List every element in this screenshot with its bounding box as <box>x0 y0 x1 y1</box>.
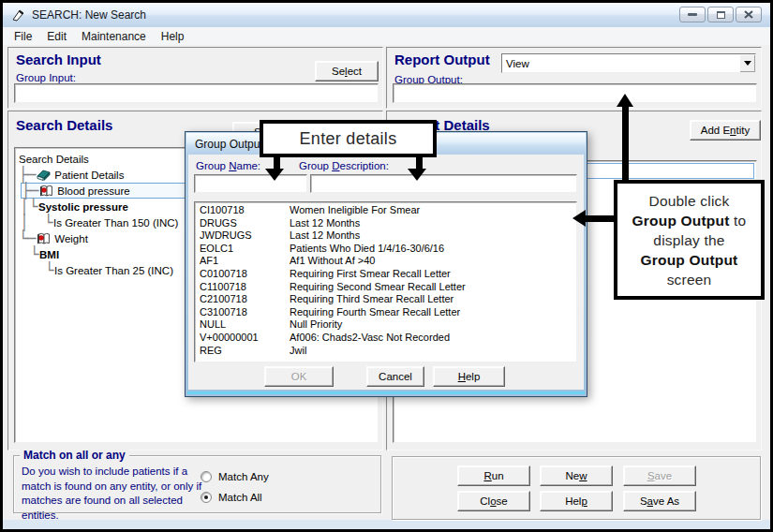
group-input-field[interactable] <box>14 83 379 103</box>
tree-connector <box>44 214 53 230</box>
tree-connector <box>19 230 35 246</box>
close-button[interactable] <box>736 7 762 22</box>
group-description-label: Group Description: <box>299 160 389 171</box>
close-search-button[interactable]: Close <box>457 491 530 511</box>
group-row[interactable]: C2100718Requiring Third Smear Recall Let… <box>195 293 576 306</box>
group-row[interactable]: REGJwil <box>195 345 576 358</box>
group-row[interactable]: JWDRUGSLast 12 Months <box>195 229 576 243</box>
match-group-title: Match on all or any <box>20 449 129 462</box>
group-description-field[interactable] <box>310 174 577 193</box>
tree-connector <box>19 199 29 214</box>
group-input-label: Group Input: <box>16 72 76 83</box>
tree-connector <box>45 262 54 278</box>
search-details-title: Search Details <box>16 117 112 133</box>
view-dropdown[interactable]: View <box>501 53 756 73</box>
match-any-option[interactable]: Match Any <box>201 471 269 482</box>
view-dropdown-value: View <box>502 58 739 69</box>
report-output-panel: Report Output View Group Output: <box>386 47 762 109</box>
maximize-button[interactable] <box>707 7 734 22</box>
match-any-label: Match Any <box>218 471 269 482</box>
match-all-radio[interactable] <box>201 492 212 503</box>
group-row[interactable]: V+00000001Af006: Chads2-Vasc Not Recorde… <box>195 332 576 345</box>
match-any-radio[interactable] <box>201 471 212 482</box>
group-name-label: Group Name: <box>196 160 260 171</box>
double-click-callout: Double click Group Output to display the… <box>614 180 765 300</box>
annotation-arrowhead-down-1 <box>265 169 284 181</box>
tree-connector <box>30 246 39 262</box>
search-input-panel: Search Input Select Group Input: <box>7 47 383 109</box>
action-buttons-panel: Run New Save Close Help Save As <box>392 456 761 520</box>
group-output-dialog: Group Output Group Name: Group Descripti… <box>185 131 587 397</box>
match-group-description: Do you wish to include patients if a mat… <box>22 465 201 523</box>
menu-bar: File Edit Maintenance Help <box>3 27 770 46</box>
dialog-help-button[interactable]: Help <box>433 366 505 387</box>
tree-connector <box>22 183 37 199</box>
menu-edit[interactable]: Edit <box>39 29 74 44</box>
dialog-title: Group Output <box>195 138 263 151</box>
group-list[interactable]: CI100718Women Ineligible For Smear DRUGS… <box>194 201 577 362</box>
group-output-field[interactable] <box>393 83 757 103</box>
minimize-icon <box>688 13 697 16</box>
dropdown-button[interactable] <box>739 54 755 72</box>
window-controls <box>679 7 762 22</box>
maximize-icon <box>717 11 725 19</box>
group-row[interactable]: NULLNull Priority <box>195 318 576 332</box>
save-as-button[interactable]: Save As <box>623 491 696 511</box>
group-row[interactable]: C3100718Requiring Fourth Smear Recall Le… <box>195 306 576 319</box>
select-button[interactable]: Select <box>315 61 379 81</box>
match-all-option[interactable]: Match All <box>201 492 262 503</box>
book-closed-icon <box>37 169 52 182</box>
dialog-bottom-accent <box>187 392 585 394</box>
enter-details-callout: Enter details <box>260 120 437 157</box>
annotation-arrowhead-up <box>617 94 633 107</box>
match-group: Match on all or any Do you wish to inclu… <box>13 455 381 513</box>
annotation-arrow-up <box>622 106 629 180</box>
group-row[interactable]: C1100718Requiring Second Smear Recall Le… <box>195 281 576 294</box>
new-button[interactable]: New <box>540 466 613 486</box>
run-button[interactable]: Run <box>457 466 530 486</box>
close-icon <box>744 10 753 19</box>
minimize-button[interactable] <box>679 7 706 22</box>
tree-connector <box>29 199 38 214</box>
add-entity-button[interactable]: Add Entity <box>690 120 761 140</box>
chevron-down-icon <box>744 61 751 66</box>
annotation-arrowhead-left <box>572 210 586 227</box>
book-open-icon <box>37 232 52 245</box>
pen-icon[interactable] <box>10 7 25 22</box>
group-row[interactable]: DRUGSLast 12 Months <box>195 217 576 230</box>
group-row[interactable]: CI100718Women Ineligible For Smear <box>195 204 576 217</box>
menu-help[interactable]: Help <box>154 29 192 44</box>
group-row[interactable]: EOLC1Patients Who Died 1/4/16-30/6/16 <box>195 243 576 256</box>
tree-connector <box>19 167 35 183</box>
window-titlebar[interactable]: SEARCH: New Search <box>3 3 770 27</box>
report-output-title: Report Output <box>394 52 490 67</box>
save-button[interactable]: Save <box>623 466 696 486</box>
group-row[interactable]: AF1Af1 Without Af >40 <box>195 255 576 268</box>
ok-button[interactable]: OK <box>264 366 334 387</box>
book-open-icon <box>39 185 54 198</box>
annotation-arrow-left <box>586 215 614 222</box>
screenshot-root: SEARCH: New Search File Edit Maintenance… <box>0 0 773 532</box>
window-title: SEARCH: New Search <box>32 8 146 22</box>
cancel-button[interactable]: Cancel <box>366 366 424 387</box>
tree-connector <box>19 214 29 230</box>
help-button[interactable]: Help <box>540 491 613 511</box>
group-name-field[interactable] <box>194 174 307 193</box>
match-all-label: Match All <box>218 492 262 503</box>
menu-file[interactable]: File <box>7 29 39 44</box>
menu-maintenance[interactable]: Maintenance <box>74 29 154 44</box>
group-row[interactable]: C0100718Requiring First Smear Recall Let… <box>195 268 576 281</box>
dialog-body: Group Name: Group Description: CI100718W… <box>188 155 584 390</box>
annotation-arrowhead-down-2 <box>408 169 426 181</box>
search-input-title: Search Input <box>16 52 101 67</box>
